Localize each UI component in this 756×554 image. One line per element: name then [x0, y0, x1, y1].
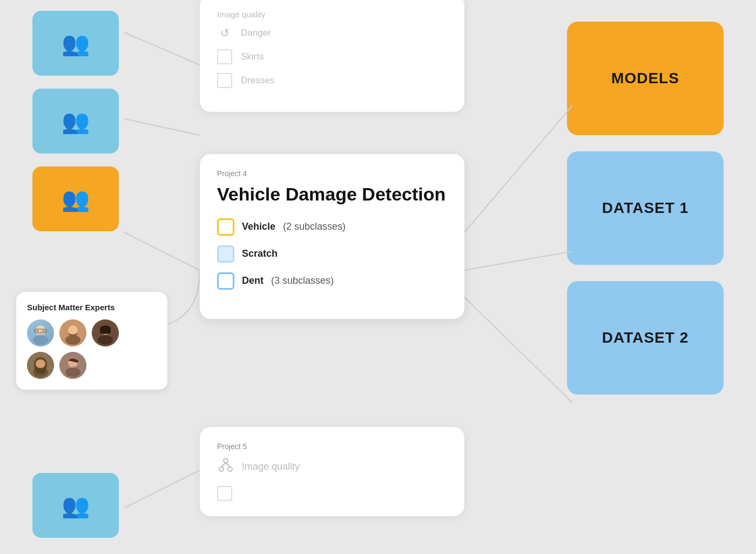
class-item-dent: Dent (3 subclasses): [217, 272, 447, 290]
team-card-1[interactable]: 👥: [32, 11, 119, 76]
svg-point-19: [98, 335, 113, 345]
skirts-checkbox[interactable]: [217, 49, 232, 64]
bottom-project-card: Project 5 Image quality: [200, 427, 464, 516]
svg-point-28: [219, 467, 224, 471]
left-column: 👥 👥 👥: [32, 0, 119, 231]
team-card-2[interactable]: 👥: [32, 89, 119, 153]
bottom-card-checkbox-row: [217, 486, 447, 501]
bottom-left-team-card[interactable]: 👥: [32, 473, 119, 538]
svg-line-0: [464, 105, 572, 232]
canvas: 👥 👥 👥 Subject Matter Experts: [0, 0, 756, 554]
models-card[interactable]: MODELS: [567, 22, 724, 135]
svg-point-27: [224, 458, 228, 463]
dataset1-card[interactable]: DATASET 1: [567, 151, 724, 265]
right-column: MODELS DATASET 1 DATASET 2: [567, 22, 724, 395]
team-icon-3: 👥: [62, 186, 90, 212]
scratch-name: Scratch: [242, 248, 278, 259]
top-card-item-danger: ↺ Danger: [217, 25, 447, 41]
scratch-checkbox[interactable]: [217, 245, 234, 263]
svg-line-31: [226, 463, 230, 467]
danger-label: Danger: [241, 28, 271, 38]
svg-line-3: [124, 32, 200, 65]
class-item-vehicle: Vehicle (2 subclasses): [217, 218, 447, 236]
dent-checkbox[interactable]: [217, 272, 234, 290]
project-title: Vehicle Damage Detection: [217, 183, 447, 205]
dresses-label: Dresses: [241, 75, 274, 86]
svg-point-9: [33, 335, 48, 345]
dataset2-card[interactable]: DATASET 2: [567, 281, 724, 395]
dent-sub: (3 subclasses): [271, 275, 334, 286]
svg-line-1: [464, 251, 572, 270]
top-card-item-dresses: Dresses: [217, 73, 447, 88]
top-card-title: Image quality: [217, 10, 447, 19]
avatars-grid: [27, 319, 157, 379]
avatar-2: [59, 319, 86, 346]
vehicle-sub: (2 subclasses): [283, 221, 346, 232]
team-card-3[interactable]: 👥: [32, 166, 119, 231]
project-label: Project 4: [217, 169, 447, 178]
vehicle-name: Vehicle: [242, 221, 275, 232]
hierarchy-icon: [217, 456, 234, 477]
svg-point-23: [36, 359, 45, 368]
svg-rect-11: [36, 330, 39, 331]
svg-line-2: [464, 297, 572, 403]
avatar-1: [27, 319, 54, 346]
svg-point-26: [65, 368, 80, 377]
bottom-checkbox[interactable]: [217, 486, 232, 501]
sme-title: Subject Matter Experts: [27, 303, 157, 312]
bottom-project-label: Project 5: [217, 442, 447, 451]
team-icon-1: 👥: [62, 30, 90, 57]
svg-line-4: [124, 119, 200, 135]
top-project-card: Image quality ↺ Danger Skirts Dresses: [200, 0, 464, 112]
avatar-3: [92, 319, 119, 346]
svg-line-5: [124, 232, 200, 270]
svg-point-29: [228, 467, 232, 471]
team-icon-2: 👥: [62, 108, 90, 135]
danger-icon: ↺: [217, 25, 232, 41]
avatar-4: [27, 352, 54, 379]
sme-card: Subject Matter Experts: [16, 292, 167, 390]
svg-line-30: [221, 463, 226, 467]
dataset1-label: DATASET 1: [602, 199, 688, 217]
bottom-card-label: Image quality: [242, 461, 300, 472]
svg-rect-12: [42, 330, 45, 331]
dataset2-label: DATASET 2: [602, 329, 688, 346]
dresses-checkbox[interactable]: [217, 73, 232, 88]
dent-name: Dent: [242, 275, 264, 286]
class-item-scratch: Scratch: [217, 245, 447, 263]
avatar-5: [59, 352, 86, 379]
bottom-left-team-icon: 👥: [62, 492, 90, 519]
svg-line-6: [124, 470, 200, 508]
models-label: MODELS: [611, 70, 679, 87]
top-card-item-skirts: Skirts: [217, 49, 447, 64]
main-project-card: Project 4 Vehicle Damage Detection Vehic…: [200, 154, 464, 319]
bottom-card-row: Image quality: [217, 456, 447, 477]
skirts-label: Skirts: [241, 51, 264, 62]
vehicle-checkbox[interactable]: [217, 218, 234, 236]
